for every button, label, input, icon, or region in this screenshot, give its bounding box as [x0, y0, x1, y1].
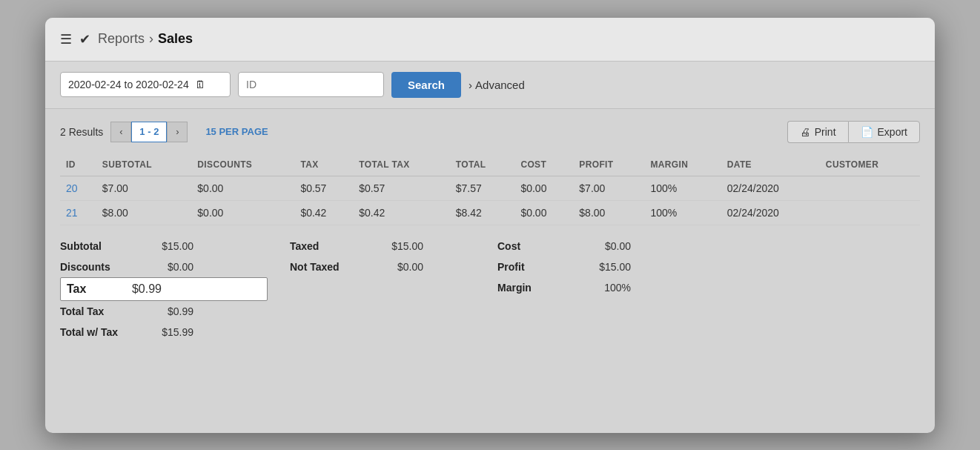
printer-icon: 🖨	[800, 126, 810, 138]
col-margin: MARGIN	[644, 153, 721, 176]
summary-row: Cost $0.00	[497, 236, 698, 257]
results-bar: 2 Results ‹ 1 - 2 › 15 PER PAGE 🖨 Print …	[60, 121, 920, 143]
summary-value: $15.00	[579, 261, 631, 273]
cell-total: $8.42	[450, 200, 515, 225]
calendar-icon: 🗓	[195, 79, 205, 90]
pager: ‹ 1 - 2 ›	[110, 122, 188, 142]
cell-date: 02/24/2020	[721, 200, 820, 225]
col-id: ID	[60, 153, 96, 176]
cell-tax: $0.57	[294, 176, 353, 200]
summary-value: $0.00	[579, 240, 631, 252]
cell-margin: 100%	[644, 200, 721, 225]
date-range-text: 2020-02-24 to 2020-02-24	[68, 79, 189, 90]
summary-label: Total w/ Tax	[60, 326, 142, 338]
breadcrumb-reports[interactable]: Reports	[98, 31, 145, 47]
id-input[interactable]	[238, 72, 384, 97]
date-range-field[interactable]: 2020-02-24 to 2020-02-24 🗓	[60, 72, 231, 97]
cell-discounts: $0.00	[191, 200, 294, 225]
summary-label: Subtotal	[60, 240, 142, 252]
summary-row: Not Taxed $0.00	[290, 257, 490, 277]
col-total-tax: TOTAL TAX	[353, 153, 449, 176]
per-page[interactable]: 15 PER PAGE	[205, 126, 268, 137]
summary-value: $15.99	[142, 326, 193, 338]
pager-next-button[interactable]: ›	[167, 122, 188, 142]
pager-current: 1 - 2	[131, 122, 167, 142]
main-window: ☰ ✔ Reports › Sales 2020-02-24 to 2020-0…	[45, 18, 935, 433]
cell-total-tax: $0.57	[353, 176, 449, 200]
export-icon: 📄	[861, 126, 873, 138]
summary-value: 100%	[579, 282, 631, 294]
summary-row: Subtotal $15.00	[60, 236, 268, 257]
results-count: 2 Results	[60, 126, 103, 138]
col-total: TOTAL	[450, 153, 515, 176]
summary-section: Subtotal $15.00 Discounts $0.00 Tax $0.9…	[60, 236, 920, 343]
cell-subtotal: $8.00	[96, 200, 192, 225]
col-cost: COST	[514, 153, 573, 176]
advanced-label: Advanced	[475, 79, 525, 91]
summary-value: $15.00	[142, 240, 193, 252]
cell-tax: $0.42	[294, 200, 353, 225]
summary-row-tax-highlight: Tax $0.99	[60, 277, 268, 301]
cell-margin: 100%	[644, 176, 721, 200]
table-row: 20 $7.00 $0.00 $0.57 $0.57 $7.57 $0.00 $…	[60, 176, 920, 200]
check-icon: ✔	[79, 31, 90, 47]
cell-cost: $0.00	[514, 176, 573, 200]
summary-label: Not Taxed	[290, 261, 371, 273]
print-label: Print	[815, 126, 836, 138]
titlebar: ☰ ✔ Reports › Sales	[45, 18, 935, 62]
pager-prev-button[interactable]: ‹	[110, 122, 131, 142]
breadcrumb-separator: ›	[149, 31, 153, 47]
cell-profit: $8.00	[573, 200, 644, 225]
summary-col-1: Subtotal $15.00 Discounts $0.00 Tax $0.9…	[60, 236, 268, 343]
col-discounts: DISCOUNTS	[191, 153, 294, 176]
advanced-prefix: ›	[469, 79, 472, 91]
summary-value: $0.99	[142, 305, 193, 317]
advanced-button[interactable]: › Advanced	[469, 79, 525, 91]
id-link[interactable]: 20	[66, 182, 78, 194]
cell-date: 02/24/2020	[721, 176, 820, 200]
cell-total-tax: $0.42	[353, 200, 449, 225]
summary-value: $0.00	[371, 261, 423, 273]
summary-row: Discounts $0.00	[60, 257, 268, 277]
cell-total: $7.57	[450, 176, 515, 200]
cell-discounts: $0.00	[191, 176, 294, 200]
cell-customer	[820, 200, 920, 225]
export-label: Export	[878, 126, 907, 138]
summary-label: Taxed	[290, 240, 371, 252]
export-button[interactable]: 📄 Export	[848, 121, 920, 143]
table-header-row: ID SUBTOTAL DISCOUNTS TAX TOTAL TAX TOTA…	[60, 153, 920, 176]
cell-customer	[820, 176, 920, 200]
breadcrumb-current: Sales	[158, 31, 193, 47]
summary-label: Cost	[497, 240, 579, 252]
col-tax: TAX	[294, 153, 353, 176]
summary-col-2: Taxed $15.00 Not Taxed $0.00	[268, 236, 490, 343]
toolbar: 2020-02-24 to 2020-02-24 🗓 Search › Adva…	[45, 62, 935, 109]
col-subtotal: SUBTOTAL	[96, 153, 192, 176]
summary-col-3: Cost $0.00 Profit $15.00 Margin 100%	[490, 236, 698, 343]
col-date: DATE	[721, 153, 820, 176]
cell-subtotal: $7.00	[96, 176, 192, 200]
summary-row: Taxed $15.00	[290, 236, 490, 257]
breadcrumb: Reports › Sales	[98, 31, 193, 47]
summary-row: Profit $15.00	[497, 257, 698, 277]
summary-row: Total w/ Tax $15.99	[60, 322, 268, 343]
table-row: 21 $8.00 $0.00 $0.42 $0.42 $8.42 $0.00 $…	[60, 200, 920, 225]
summary-value: $0.99	[117, 282, 162, 296]
summary-label: Total Tax	[60, 305, 142, 317]
print-export-group: 🖨 Print 📄 Export	[787, 121, 920, 143]
col-customer: CUSTOMER	[820, 153, 920, 176]
print-button[interactable]: 🖨 Print	[787, 121, 848, 143]
content-area: 2 Results ‹ 1 - 2 › 15 PER PAGE 🖨 Print …	[45, 109, 935, 354]
summary-value: $0.00	[142, 261, 193, 273]
hamburger-icon[interactable]: ☰	[60, 31, 72, 47]
cell-id[interactable]: 20	[60, 176, 96, 200]
summary-label: Discounts	[60, 261, 142, 273]
summary-row: Total Tax $0.99	[60, 301, 268, 322]
id-link[interactable]: 21	[66, 207, 78, 219]
col-profit: PROFIT	[573, 153, 644, 176]
summary-value: $15.00	[371, 240, 423, 252]
cell-cost: $0.00	[514, 200, 573, 225]
search-button[interactable]: Search	[391, 72, 461, 98]
cell-id[interactable]: 21	[60, 200, 96, 225]
sales-table: ID SUBTOTAL DISCOUNTS TAX TOTAL TAX TOTA…	[60, 153, 920, 225]
